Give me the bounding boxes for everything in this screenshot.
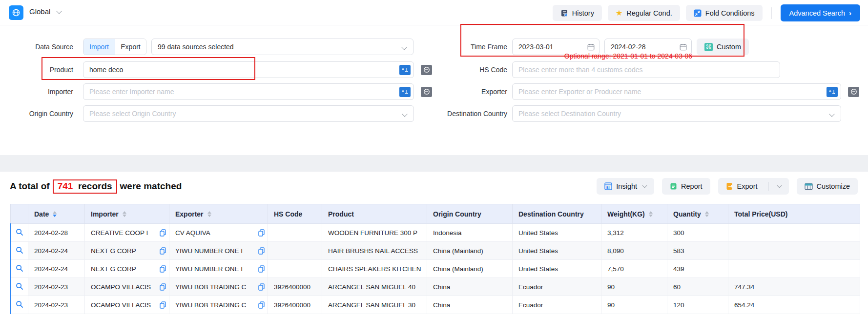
copy-icon[interactable]: [258, 301, 265, 309]
column-header: Destination Country: [513, 204, 601, 224]
column-header[interactable]: Importer: [85, 204, 169, 224]
cell-destination-country: United States: [513, 242, 601, 260]
history-button[interactable]: History: [553, 5, 602, 21]
copy-icon[interactable]: [160, 301, 166, 309]
copy-icon[interactable]: [258, 283, 265, 291]
sort-arrows-icon[interactable]: [207, 211, 211, 217]
regular-cond-button[interactable]: ★ Regular Cond.: [608, 5, 680, 21]
column-header: Product: [322, 204, 427, 224]
exporter-field[interactable]: [513, 84, 841, 99]
divider: [771, 7, 772, 19]
cell-exporter: YIWU BOB TRADING C: [169, 296, 268, 314]
insight-button[interactable]: BI Insight: [597, 178, 654, 195]
globe-icon[interactable]: [9, 5, 23, 20]
cell-total-price: 747.34: [728, 278, 860, 296]
translate-icon[interactable]: A: [399, 87, 411, 97]
cell-date: 2024-02-23: [28, 296, 85, 314]
data-sources-select[interactable]: 99 data sources selected: [151, 39, 413, 55]
data-source-label: Data Source: [9, 43, 73, 51]
cell-exporter: YIWU NUMBER ONE I: [169, 260, 268, 278]
title-suffix: were matched: [120, 181, 182, 192]
hs-code-field[interactable]: [513, 62, 780, 78]
insight-icon: BI: [604, 182, 612, 190]
column-header[interactable]: Date: [28, 204, 85, 224]
row-search-icon[interactable]: [11, 278, 28, 296]
cell-product: ARCANGEL SAN MIGUEL 40: [322, 278, 427, 296]
cell-date: 2024-02-24: [28, 260, 85, 278]
results-title: A total of 741 records were matched: [10, 179, 182, 194]
copy-icon[interactable]: [258, 265, 265, 273]
copy-icon[interactable]: [160, 247, 166, 255]
cell-origin-country: China: [427, 296, 513, 314]
row-search-icon[interactable]: [11, 224, 28, 242]
svg-text:A: A: [402, 67, 404, 71]
destination-country-select[interactable]: Please select Destination Country: [512, 105, 841, 122]
row-search-icon[interactable]: [11, 296, 28, 314]
importer-input[interactable]: A: [83, 83, 414, 100]
chevron-down-icon: [402, 111, 407, 117]
cell-total-price: [728, 224, 860, 242]
product-input[interactable]: A: [83, 61, 414, 78]
import-toggle[interactable]: Import: [83, 39, 115, 55]
table-row: 2024-02-23OCAMPO VILLACISYIWU BOB TRADIN…: [11, 296, 860, 314]
row-search-icon[interactable]: [11, 242, 28, 260]
column-header[interactable]: Weight(KG): [601, 204, 667, 224]
export-toggle[interactable]: Export: [115, 39, 146, 55]
data-sources-value: 99 data sources selected: [152, 43, 234, 51]
column-header[interactable]: Exporter: [169, 204, 268, 224]
cell-product: WOODEN FURNITURE 300 P: [322, 224, 427, 242]
report-label: Report: [681, 182, 703, 190]
row-search-icon[interactable]: [11, 260, 28, 278]
translate-icon[interactable]: A: [399, 65, 411, 75]
translate-icon[interactable]: A: [827, 87, 838, 97]
hs-code-label: HS Code: [425, 66, 507, 74]
exclude-exporter-icon[interactable]: [848, 87, 859, 97]
advanced-search-button[interactable]: Advanced Search ›: [781, 4, 860, 21]
fold-icon: [694, 9, 702, 17]
calendar-icon[interactable]: [587, 43, 595, 53]
customize-button[interactable]: Customize: [797, 178, 858, 195]
cell-weight: 3,312: [601, 224, 667, 242]
sort-arrows-icon[interactable]: [123, 211, 126, 217]
fold-conditions-label: Fold Conditions: [705, 9, 755, 17]
hs-code-input[interactable]: [512, 61, 780, 78]
records-table-body: 2024-02-28CREATIVE COOP ICV AQUIVAWOODEN…: [11, 224, 860, 314]
column-header[interactable]: Quantity: [667, 204, 728, 224]
origin-country-select[interactable]: Please select Origin Country: [83, 105, 414, 122]
calendar-icon[interactable]: [680, 43, 687, 53]
app-name[interactable]: Global: [29, 7, 50, 16]
copy-icon[interactable]: [160, 265, 166, 273]
product-value[interactable]: [83, 62, 413, 78]
chevron-down-icon: [829, 111, 834, 117]
title-mid: records: [78, 181, 112, 191]
sort-arrows-icon[interactable]: [705, 211, 709, 217]
cell-origin-country: Indonesia: [427, 224, 513, 242]
sort-arrows-icon[interactable]: [53, 211, 57, 217]
importer-label: Importer: [9, 88, 73, 96]
data-source-toggle: Import Export: [83, 39, 146, 55]
copy-icon[interactable]: [160, 283, 166, 291]
history-icon: [560, 9, 568, 17]
table-row: 2024-02-28CREATIVE COOP ICV AQUIVAWOODEN…: [11, 224, 860, 242]
customize-label: Customize: [817, 182, 850, 190]
advanced-search-label: Advanced Search: [789, 9, 845, 17]
table-row: 2024-02-24NEXT G CORPYIWU NUMBER ONE ICH…: [11, 260, 860, 278]
chevron-down-icon[interactable]: [777, 183, 782, 188]
record-count: 741: [58, 181, 73, 191]
copy-icon[interactable]: [258, 247, 265, 255]
table-header-row: DateImporterExporterHS CodeProductOrigin…: [11, 204, 860, 224]
export-button[interactable]: Export: [718, 178, 789, 195]
chevron-down-icon[interactable]: [56, 8, 62, 14]
cell-quantity: 60: [667, 278, 728, 296]
exporter-input[interactable]: A: [512, 83, 841, 100]
sort-arrows-icon[interactable]: [649, 211, 653, 217]
column-header: HS Code: [268, 204, 322, 224]
copy-icon[interactable]: [258, 229, 265, 237]
cell-hs-code: [268, 260, 322, 278]
importer-field[interactable]: [83, 84, 413, 99]
cell-exporter: YIWU BOB TRADING C: [169, 278, 268, 296]
report-button[interactable]: Report: [662, 178, 710, 195]
fold-conditions-button[interactable]: Fold Conditions: [686, 5, 763, 21]
column-header: [11, 204, 28, 224]
copy-icon[interactable]: [160, 229, 166, 237]
